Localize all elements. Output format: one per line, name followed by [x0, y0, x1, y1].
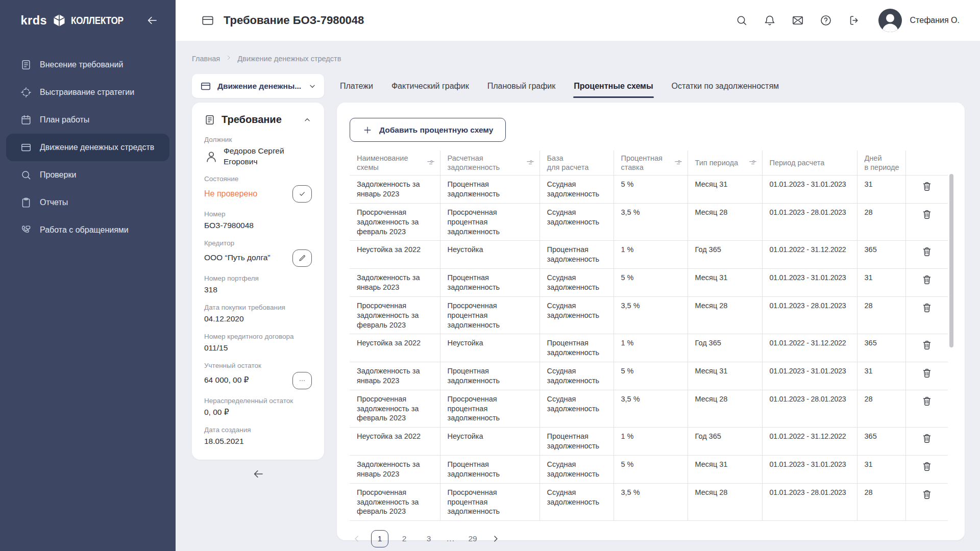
tab-balances[interactable]: Остатки по задолженностям	[671, 74, 779, 98]
table-cell: Задолженность за январь 2023	[350, 269, 440, 297]
card-icon	[200, 81, 211, 92]
claim-field: Номер портфеля 318	[204, 274, 312, 296]
logout-button[interactable]	[848, 14, 860, 27]
logo-wordmark: krds	[21, 13, 47, 28]
table-cell: Процентная задолженность	[540, 334, 614, 362]
delete-row-button[interactable]	[921, 395, 933, 407]
column-filter-button[interactable]	[673, 158, 683, 168]
notifications-button[interactable]	[764, 14, 776, 27]
table-cell: 5 %	[614, 176, 688, 204]
help-button[interactable]	[820, 14, 832, 27]
delete-row-button[interactable]	[921, 302, 933, 313]
field-label: Должник	[204, 136, 312, 143]
pagination-page-29[interactable]: 29	[464, 530, 481, 547]
table-cell: Процентная задолженность	[440, 176, 540, 204]
delete-row-button[interactable]	[921, 367, 933, 379]
table-cell: 5 %	[614, 269, 688, 297]
trash-icon	[921, 433, 933, 444]
section-dropdown[interactable]: Движение денежны...	[192, 74, 324, 98]
interest-schemes-table: Наименование схемыРасчетная задолженност…	[350, 151, 948, 521]
pagination-page-1[interactable]: 1	[371, 530, 388, 547]
claim-field: Номер кредитного договора 011/15	[204, 333, 312, 354]
delete-row-button[interactable]	[921, 246, 933, 257]
delete-row-button[interactable]	[921, 489, 933, 500]
sidebar-item-label: Работа с обращениями	[40, 226, 129, 235]
breadcrumb-separator-icon	[225, 54, 232, 63]
trash-icon	[921, 367, 933, 379]
table-cell: 28	[857, 203, 905, 241]
pagination-page-3[interactable]: 3	[420, 530, 437, 547]
sidepanel-collapse-button[interactable]	[192, 468, 324, 480]
column-filter-button[interactable]	[426, 158, 436, 168]
table-cell: 1 %	[614, 334, 688, 362]
check-button[interactable]	[292, 185, 312, 203]
app-logo[interactable]: krds КОЛЛЕКТОР	[20, 13, 135, 28]
column-header-label: Расчетная задолженность	[448, 154, 500, 172]
pencil-button[interactable]	[292, 249, 312, 267]
table-row: Задолженность за январь 2023Процентная з…	[350, 269, 948, 297]
sidebar-item-reports[interactable]: Отчеты	[6, 189, 169, 216]
column-header: База для расчета	[540, 151, 614, 176]
page-title: Требование БОЗ-7980048	[224, 14, 364, 27]
person-icon	[204, 149, 218, 164]
table-cell: Процентная задолженность	[440, 269, 540, 297]
sidebar-collapse-button[interactable]	[146, 14, 158, 27]
sidebar-item-checks[interactable]: Проверки	[6, 161, 169, 189]
delete-row-button[interactable]	[921, 181, 933, 192]
pagination-page-2[interactable]: 2	[396, 530, 413, 547]
tab-interest-schemes[interactable]: Процентные схемы	[573, 74, 653, 98]
sidebar-item-label: План работы	[40, 115, 89, 124]
main-row: Требование Должник Федоров Сергей Егоров…	[192, 103, 965, 540]
delete-row-button[interactable]	[921, 274, 933, 285]
row-actions-cell	[905, 455, 948, 483]
user-chip[interactable]: Стефания О.	[878, 9, 960, 32]
filter-icon	[748, 158, 758, 168]
sidebar-item-label: Движение денежных стредств	[40, 143, 154, 152]
search-button[interactable]	[736, 14, 748, 27]
sidebar-item-label: Внесение требований	[40, 60, 123, 69]
delete-row-button[interactable]	[921, 209, 933, 220]
tab-actual-schedule[interactable]: Фактический график	[391, 74, 470, 98]
breadcrumb-item[interactable]: Главная	[192, 55, 220, 63]
delete-row-button[interactable]	[921, 339, 933, 350]
table-cell: Неустойка за 2022	[350, 241, 440, 269]
section-dropdown-label: Движение денежны...	[217, 82, 302, 91]
claim-field: Учтенный остаток 64 000, 00 ₽	[204, 362, 312, 389]
column-filter-button[interactable]	[525, 158, 535, 168]
logo-cube-icon	[52, 13, 66, 28]
pagination-next-button[interactable]	[488, 534, 503, 544]
table-cell: Месяц 28	[688, 483, 762, 521]
sidebar-item-cash-flow[interactable]: Движение денежных стредств	[6, 134, 169, 161]
tab-planned-schedule[interactable]: Плановый график	[487, 74, 556, 98]
sidebar-item-claims-entry[interactable]: Внесение требований	[6, 51, 169, 79]
avatar[interactable]	[878, 9, 902, 32]
column-filter-button[interactable]	[748, 158, 758, 168]
table-cell: 28	[857, 390, 905, 428]
delete-row-button[interactable]	[921, 461, 933, 472]
ellipsis-button[interactable]	[292, 372, 312, 389]
tab-payments[interactable]: Платежи	[339, 74, 374, 98]
sidebar-item-appeals[interactable]: Работа с обращениями	[6, 216, 169, 244]
delete-row-button[interactable]	[921, 433, 933, 444]
table-cell: Просроченная процентная задолженность	[440, 203, 540, 241]
claim-field: Дата создания 18.05.2021	[204, 426, 312, 447]
row-actions-cell	[905, 296, 948, 334]
table-cell: Ссудная задолженность	[540, 455, 614, 483]
field-label: Номер	[204, 210, 312, 218]
claim-field: Состояние Не проверено	[204, 175, 312, 203]
sidebar-item-strategy[interactable]: Выстраивание стратегии	[6, 79, 169, 106]
table-cell: 5 %	[614, 362, 688, 390]
panel-collapse-chevron-button[interactable]	[303, 115, 312, 124]
table-cell: 01.01.2022 - 31.12.2022	[762, 428, 857, 456]
mail-button[interactable]	[792, 14, 804, 27]
add-scheme-button[interactable]: Добавить процентную схему	[350, 118, 506, 142]
table-cell: Неустойка за 2022	[350, 428, 440, 456]
logout-icon	[848, 14, 860, 27]
claim-field: Нераспределенный остаток 0, 00 ₽	[204, 397, 312, 418]
table-scrollbar[interactable]	[949, 174, 953, 347]
trash-icon	[921, 395, 933, 407]
field-value: 318	[204, 285, 217, 295]
pagination-prev-button[interactable]	[350, 534, 364, 544]
table-cell: Месяц 28	[688, 390, 762, 428]
sidebar-item-work-plan[interactable]: План работы	[6, 106, 169, 134]
